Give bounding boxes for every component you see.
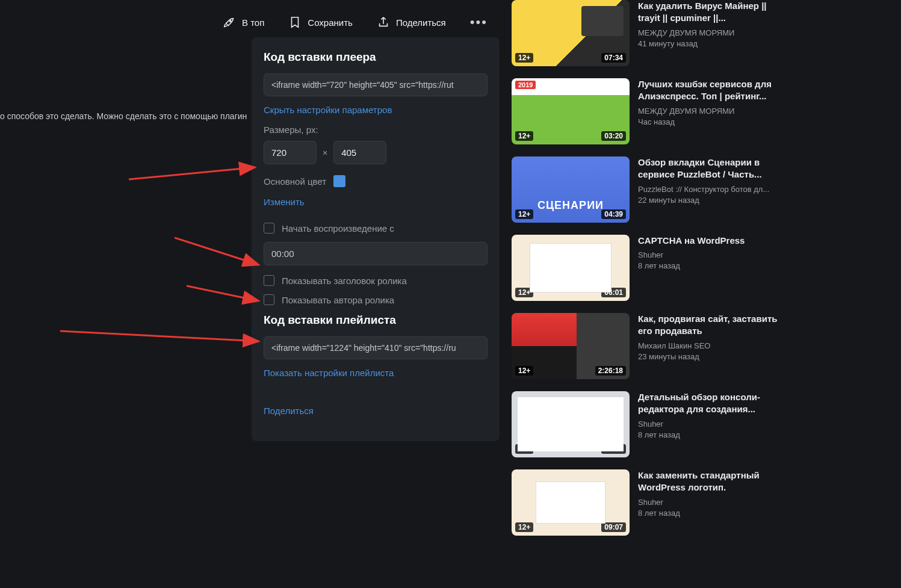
- video-item[interactable]: 12+ 06:01 CAPTCHA на WordPress Shuher 8 …: [512, 235, 788, 301]
- age-badge: 12+: [515, 522, 533, 532]
- share-label: Поделиться: [396, 17, 446, 28]
- video-item[interactable]: 12+ 07:34 Как удалить Вирус Майнер || tr…: [512, 0, 788, 66]
- video-author[interactable]: Михаил Шакин SEO: [638, 341, 788, 350]
- age-badge: 12+: [515, 288, 533, 297]
- video-item[interactable]: 12+ 03:20 Лучших кэшбэк сервисов для Али…: [512, 78, 788, 144]
- video-thumbnail[interactable]: 12+ 07:34: [512, 0, 630, 66]
- bookmark-icon: [288, 16, 302, 29]
- video-posted: 22 минуты назад: [638, 196, 788, 205]
- duration-badge: 03:20: [601, 131, 626, 141]
- video-title[interactable]: CAPTCHA на WordPress: [638, 235, 788, 247]
- height-input[interactable]: [333, 141, 386, 164]
- player-embed-code[interactable]: <iframe width="720" height="405" src="ht…: [264, 73, 488, 96]
- video-item[interactable]: 12+ 09:07 Как заменить стандартный WordP…: [512, 469, 788, 536]
- start-from-label: Начать воспроизведение с: [282, 223, 394, 234]
- video-meta: Лучших кэшбэк сервисов для Алиэкспресс. …: [638, 78, 788, 144]
- show-author-checkbox[interactable]: [264, 294, 274, 305]
- show-author-label: Показывать автора ролика: [282, 295, 394, 305]
- video-thumbnail[interactable]: СЦЕНАРИИ 12+ 04:39: [512, 156, 630, 223]
- video-meta: Детальный обзор консоли-редактора для со…: [638, 391, 788, 457]
- size-separator: ×: [323, 148, 327, 158]
- video-posted: 41 минуту назад: [638, 39, 788, 48]
- video-meta: Как заменить стандартный WordPress логот…: [638, 469, 788, 536]
- primary-color-row: Основной цвет: [264, 175, 488, 187]
- annotation-arrow-1: [129, 161, 261, 185]
- video-thumbnail[interactable]: 12+ 06:01: [512, 235, 630, 301]
- video-author[interactable]: Shuher: [638, 250, 788, 259]
- share-button[interactable]: Поделиться: [377, 16, 446, 29]
- show-author-row[interactable]: Показывать автора ролика: [264, 294, 488, 305]
- video-author[interactable]: Shuher: [638, 498, 788, 507]
- start-time-input[interactable]: [264, 242, 488, 265]
- video-posted: Час назад: [638, 117, 788, 126]
- age-badge: 12+: [515, 131, 533, 141]
- share-icon: [377, 16, 390, 29]
- action-bar: В топ Сохранить Поделиться •••: [223, 14, 488, 30]
- show-title-label: Показывать заголовок ролика: [282, 276, 407, 286]
- start-from-row[interactable]: Начать воспроизведение с: [264, 223, 488, 234]
- video-meta: Как удалить Вирус Майнер || trayit || cp…: [638, 0, 788, 66]
- video-title[interactable]: Обзор вкладки Сценарии в сервисе PuzzleB…: [638, 156, 788, 181]
- recommended-sidebar: 12+ 07:34 Как удалить Вирус Майнер || tr…: [512, 0, 788, 548]
- duration-badge: 07:34: [601, 53, 626, 63]
- video-item[interactable]: 12+ 19:37 Детальный обзор консоли-редакт…: [512, 391, 788, 457]
- age-badge: 12+: [515, 53, 533, 63]
- to-top-button[interactable]: В топ: [223, 16, 264, 29]
- video-author[interactable]: PuzzleBot :// Конструктор ботов дл...: [638, 185, 788, 194]
- start-from-checkbox[interactable]: [264, 223, 274, 234]
- video-posted: 8 лет назад: [638, 261, 788, 270]
- color-swatch[interactable]: [333, 175, 345, 187]
- svg-line-3: [175, 238, 259, 265]
- video-thumbnail[interactable]: 12+ 03:20: [512, 78, 630, 144]
- show-playlist-settings-link[interactable]: Показать настройки плейлиста: [264, 368, 394, 378]
- duration-badge: 06:01: [601, 288, 626, 297]
- rocket-icon: [223, 16, 236, 29]
- video-title[interactable]: Как, продвигая сайт, заставить его прода…: [638, 313, 788, 338]
- show-title-checkbox[interactable]: [264, 275, 274, 286]
- video-item[interactable]: СЦЕНАРИИ 12+ 04:39 Обзор вкладки Сценари…: [512, 156, 788, 223]
- video-title[interactable]: Детальный обзор консоли-редактора для со…: [638, 391, 788, 416]
- hide-settings-link[interactable]: Скрыть настройки параметров: [264, 105, 392, 115]
- video-thumbnail[interactable]: 12+ 2:26:18: [512, 313, 630, 379]
- save-label: Сохранить: [308, 17, 353, 28]
- show-title-row[interactable]: Показывать заголовок ролика: [264, 275, 488, 286]
- video-thumbnail[interactable]: 12+ 19:37: [512, 391, 630, 457]
- size-row: ×: [264, 141, 488, 164]
- embed-popover: Код вставки плеера <iframe width="720" h…: [252, 37, 500, 441]
- video-author[interactable]: Shuher: [638, 419, 788, 429]
- description-fragment: о способов это сделать. Можно сделать эт…: [0, 111, 247, 121]
- age-badge: 12+: [515, 209, 533, 219]
- sizes-label: Размеры, px:: [264, 125, 488, 135]
- duration-badge: 04:39: [601, 209, 626, 219]
- video-meta: Обзор вкладки Сценарии в сервисе PuzzleB…: [638, 156, 788, 223]
- width-input[interactable]: [264, 141, 317, 164]
- svg-line-4: [187, 286, 259, 301]
- age-badge: 12+: [515, 366, 533, 376]
- save-button[interactable]: Сохранить: [288, 16, 353, 29]
- primary-color-label: Основной цвет: [264, 176, 326, 187]
- svg-point-0: [230, 20, 231, 22]
- video-author[interactable]: МЕЖДУ ДВУМЯ МОРЯМИ: [638, 107, 788, 116]
- duration-badge: 2:26:18: [595, 366, 626, 376]
- svg-line-5: [60, 331, 259, 341]
- playlist-embed-heading: Код вставки плейлиста: [264, 314, 488, 327]
- video-item[interactable]: 12+ 2:26:18 Как, продвигая сайт, застави…: [512, 313, 788, 379]
- video-title[interactable]: Как удалить Вирус Майнер || trayit || cp…: [638, 0, 788, 25]
- video-title[interactable]: Лучших кэшбэк сервисов для Алиэкспресс. …: [638, 78, 788, 103]
- video-author[interactable]: МЕЖДУ ДВУМЯ МОРЯМИ: [638, 28, 788, 37]
- video-posted: 23 минуты назад: [638, 352, 788, 361]
- video-posted: 8 лет назад: [638, 509, 788, 518]
- annotation-arrow-4: [60, 328, 265, 352]
- playlist-embed-code[interactable]: <iframe width="1224" height="410" src="h…: [264, 336, 488, 359]
- video-meta: Как, продвигая сайт, заставить его прода…: [638, 313, 788, 379]
- popover-share-link[interactable]: Поделиться: [264, 406, 314, 416]
- video-title[interactable]: Как заменить стандартный WordPress логот…: [638, 469, 788, 494]
- change-color-link[interactable]: Изменить: [264, 197, 305, 207]
- duration-badge: 19:37: [601, 444, 626, 454]
- to-top-label: В топ: [242, 17, 264, 28]
- duration-badge: 09:07: [601, 522, 626, 532]
- age-badge: 12+: [515, 444, 533, 454]
- more-button[interactable]: •••: [470, 14, 488, 30]
- video-thumbnail[interactable]: 12+ 09:07: [512, 469, 630, 536]
- video-meta: CAPTCHA на WordPress Shuher 8 лет назад: [638, 235, 788, 301]
